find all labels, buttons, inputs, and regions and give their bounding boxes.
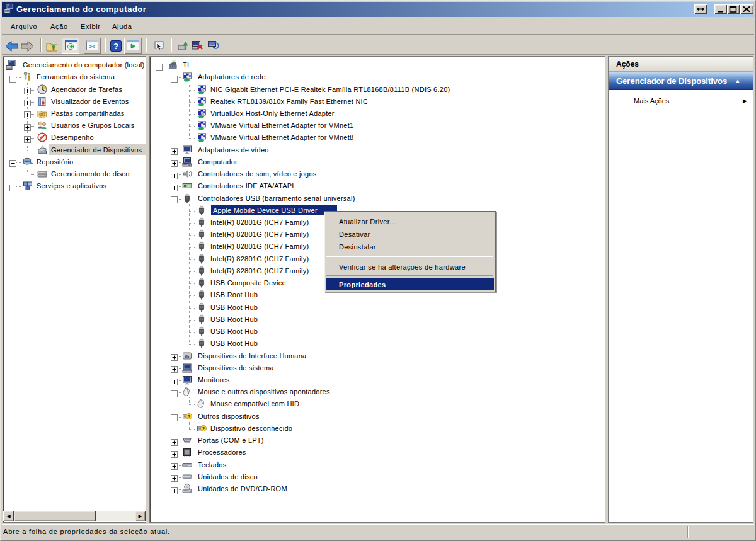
svg-text:?: ? — [202, 426, 205, 431]
svg-text:?: ? — [188, 414, 191, 419]
svg-text:?: ? — [113, 42, 118, 51]
